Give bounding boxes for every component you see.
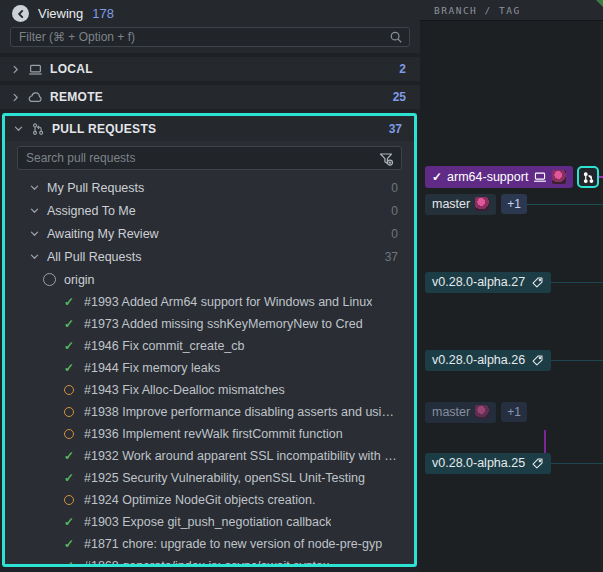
pr-search-input[interactable] — [17, 146, 402, 170]
tag-icon — [531, 457, 544, 470]
pr-status-icon — [63, 450, 75, 462]
pr-remote-origin[interactable]: origin — [5, 268, 414, 291]
pr-title: #1903 Expose git_push_negotiation callba… — [84, 515, 331, 529]
pr-list-item[interactable]: #1925 Security Vulnerability, openSSL Un… — [5, 467, 414, 489]
pr-list-item[interactable]: #1871 chore: upgrade to new version of n… — [5, 533, 414, 555]
pr-status-icon — [63, 560, 75, 564]
pr-list-item[interactable]: #1946 Fix commit_create_cb — [5, 335, 414, 357]
tag-label-alpha27[interactable]: v0.28.0-alpha.27 — [425, 272, 551, 293]
pr-title: #1943 Fix Alloc-Dealloc mismatches — [84, 383, 285, 397]
tag-name: v0.28.0-alpha.26 — [432, 353, 525, 367]
chevron-right-icon — [10, 92, 21, 103]
github-icon — [43, 273, 56, 286]
avatar — [475, 405, 489, 419]
branch-line — [599, 176, 603, 178]
pr-list-item[interactable]: #1932 Work around apparent SSL incompati… — [5, 445, 414, 467]
local-label: LOCAL — [50, 62, 93, 76]
graph-row-tag-alpha27: v0.28.0-alpha.27 — [425, 271, 603, 293]
tag-icon — [531, 354, 544, 367]
graph-row-master-dim: master +1 — [425, 401, 603, 423]
tag-line — [551, 360, 603, 361]
pr-list-item[interactable]: #1924 Optimize NodeGit objects creation. — [5, 489, 414, 511]
avatar — [475, 197, 489, 211]
sidebar-top: Viewing 178 — [0, 0, 420, 53]
pr-status-icon — [64, 407, 74, 417]
branch-name: master — [432, 197, 470, 211]
pr-status-icon — [63, 472, 75, 484]
branch-tag-column-header: BRANCH / TAG — [420, 0, 603, 21]
pr-status-icon — [64, 495, 74, 505]
section-remote[interactable]: REMOTE 25 — [0, 85, 420, 109]
branch-label-arm64-support[interactable]: ✓ arm64-support — [425, 166, 573, 188]
filter-field-wrap — [0, 27, 420, 47]
pull-request-badge-highlighted[interactable] — [577, 166, 599, 188]
pr-status-icon — [63, 340, 75, 352]
pr-status-icon — [63, 516, 75, 528]
pr-status-icon — [64, 385, 74, 395]
pr-group-all-pull-requests[interactable]: All Pull Requests 37 — [5, 245, 414, 268]
pr-title: #1936 Implement revWalk firstCommit func… — [84, 427, 343, 441]
graph-row-master: master +1 — [425, 193, 603, 215]
pr-list-item[interactable]: #1938 Improve performance disabling asse… — [5, 401, 414, 423]
pr-status-icon — [63, 538, 75, 550]
pr-list-item[interactable]: #1973 Added missing sshKeyMemoryNew to C… — [5, 313, 414, 335]
branch-name: arm64-support — [447, 170, 528, 184]
pr-title: #1973 Added missing sshKeyMemoryNew to C… — [84, 317, 363, 331]
pr-list-item[interactable]: #1943 Fix Alloc-Dealloc mismatches — [5, 379, 414, 401]
cloud-icon — [28, 90, 43, 105]
chevron-down-icon — [29, 228, 40, 239]
pr-list-item[interactable]: #1936 Implement revWalk firstCommit func… — [5, 423, 414, 445]
remote-count: 25 — [393, 90, 406, 104]
branch-name: master — [432, 405, 470, 419]
tag-line — [551, 463, 603, 464]
pr-status-icon — [63, 296, 75, 308]
pull-requests-section: PULL REQUESTS 37 My Pull Requests 0 — [2, 113, 417, 567]
branch-label-master-dim[interactable]: master — [425, 402, 496, 423]
tag-name: v0.28.0-alpha.27 — [432, 275, 525, 289]
group-label: Awaiting My Review — [47, 227, 159, 241]
pr-list-item[interactable]: #1993 Added Arm64 support for Windows an… — [5, 291, 414, 313]
app-window: Viewing 178 LOCAL 2 — [0, 0, 603, 572]
back-button[interactable] — [12, 5, 29, 22]
graph-row-tag-alpha25: v0.28.0-alpha.25 — [425, 452, 603, 474]
remote-label: REMOTE — [50, 90, 103, 104]
pr-title: #1932 Work around apparent SSL incompati… — [84, 449, 400, 463]
chevron-right-icon — [10, 64, 21, 75]
filter-input[interactable] — [10, 27, 410, 47]
section-local[interactable]: LOCAL 2 — [0, 57, 420, 81]
group-count: 0 — [391, 181, 398, 195]
chevron-down-icon — [29, 182, 40, 193]
pr-status-icon — [64, 429, 74, 439]
more-refs-badge[interactable]: +1 — [501, 194, 527, 214]
more-refs-badge[interactable]: +1 — [501, 402, 527, 422]
pr-list-item[interactable]: #1944 Fix memory leaks — [5, 357, 414, 379]
group-count: 0 — [391, 227, 398, 241]
tag-name: v0.28.0-alpha.25 — [432, 456, 525, 470]
pull-requests-count: 37 — [389, 122, 402, 136]
viewing-count: 178 — [92, 6, 114, 21]
commit-graph-panel: BRANCH / TAG ✓ arm64-support master — [420, 0, 603, 572]
group-count: 37 — [385, 250, 398, 264]
tag-line — [551, 282, 603, 283]
pr-status-icon — [63, 362, 75, 374]
pr-group-my-pull-requests[interactable]: My Pull Requests 0 — [5, 176, 414, 199]
avatar — [552, 170, 566, 184]
pr-group-assigned-to-me[interactable]: Assigned To Me 0 — [5, 199, 414, 222]
pr-search-wrap — [5, 141, 414, 176]
pr-list-item[interactable]: #1903 Expose git_push_negotiation callba… — [5, 511, 414, 533]
tag-icon — [531, 276, 544, 289]
pr-group-awaiting-my-review[interactable]: Awaiting My Review 0 — [5, 222, 414, 245]
branch-label-master[interactable]: master — [425, 194, 496, 215]
tag-label-alpha25[interactable]: v0.28.0-alpha.25 — [425, 453, 551, 474]
section-pull-requests[interactable]: PULL REQUESTS 37 — [5, 116, 414, 141]
tag-label-alpha26[interactable]: v0.28.0-alpha.26 — [425, 350, 551, 371]
group-label: My Pull Requests — [47, 181, 144, 195]
pr-title: #1868 generate/index.js: async/await syn… — [84, 559, 329, 564]
chevron-down-icon — [13, 123, 24, 134]
pr-title: #1924 Optimize NodeGit objects creation. — [84, 493, 315, 507]
graph-row-tag-alpha26: v0.28.0-alpha.26 — [425, 349, 603, 371]
filter-funnel-icon[interactable] — [378, 151, 394, 167]
pr-list-item[interactable]: #1868 generate/index.js: async/await syn… — [5, 555, 414, 564]
chevron-down-icon — [29, 251, 40, 262]
pull-requests-label: PULL REQUESTS — [52, 122, 156, 136]
